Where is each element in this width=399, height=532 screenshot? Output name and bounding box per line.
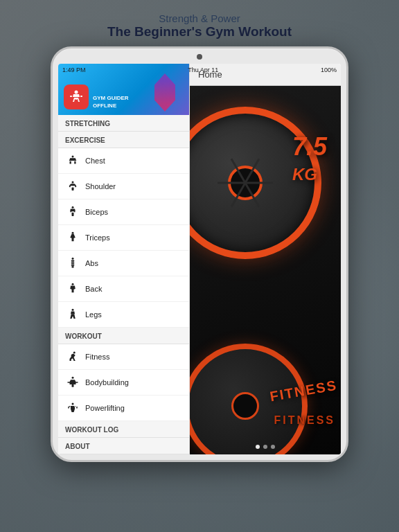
tablet-screen: GYM GUIDER OFFLINE STRETCHING EXCERCISE <box>58 64 341 454</box>
app-icon <box>64 85 89 109</box>
triceps-label: Triceps <box>85 233 110 242</box>
svg-rect-5 <box>72 188 74 191</box>
sidebar: GYM GUIDER OFFLINE STRETCHING EXCERCISE <box>58 64 190 454</box>
status-time: 1:49 PM <box>62 66 86 73</box>
dot-1 <box>256 445 260 449</box>
dot-3 <box>271 445 275 449</box>
page-header: Strength & Power The Beginner's Gym Work… <box>94 0 305 46</box>
svg-point-18 <box>72 377 74 379</box>
bodybuilding-label: Bodybuilding <box>85 378 129 387</box>
svg-rect-14 <box>73 266 74 268</box>
svg-rect-1 <box>70 96 72 97</box>
svg-point-8 <box>72 232 74 234</box>
sidebar-item-shoulder[interactable]: Shoulder <box>58 174 189 200</box>
app-info: GYM GUIDER OFFLINE <box>93 95 129 109</box>
svg-point-9 <box>72 258 74 260</box>
weight-display: 7.5KG <box>292 134 327 184</box>
chest-icon <box>65 153 80 168</box>
svg-rect-2 <box>80 96 82 97</box>
svg-rect-22 <box>76 407 78 409</box>
sidebar-item-powerlifting[interactable]: Powerlifting <box>58 396 189 421</box>
status-date: Thu Apr 11 <box>188 66 218 73</box>
dot-2 <box>263 445 267 449</box>
svg-point-4 <box>72 181 74 184</box>
fitness-icon <box>65 349 80 364</box>
powerlifting-icon <box>65 400 80 416</box>
status-bar: 1:49 PM Thu Apr 11 100% <box>58 64 341 76</box>
svg-point-6 <box>72 206 74 209</box>
svg-rect-10 <box>71 260 75 262</box>
abs-label: Abs <box>85 259 98 267</box>
abs-icon <box>65 256 80 271</box>
sidebar-item-legs[interactable]: Legs <box>58 302 189 328</box>
back-icon <box>65 281 80 296</box>
back-label: Back <box>85 285 102 293</box>
sidebar-item-chest[interactable]: Chest <box>58 148 189 174</box>
legs-label: Legs <box>85 310 102 319</box>
svg-rect-11 <box>71 263 75 264</box>
app-name: GYM GUIDER <box>93 95 129 102</box>
svg-rect-13 <box>72 266 73 268</box>
bodybuilding-icon <box>65 375 80 390</box>
section-header-stretching: STRETCHING <box>58 115 189 132</box>
chest-label: Chest <box>85 157 105 165</box>
sidebar-item-fitness[interactable]: Fitness <box>58 344 189 370</box>
page-title: The Beginner's Gym Workout <box>107 24 292 39</box>
shoulder-icon <box>65 179 80 194</box>
sidebar-item-triceps[interactable]: Triceps <box>58 225 189 251</box>
section-header-excercise: EXCERCISE <box>58 132 189 148</box>
svg-point-0 <box>75 91 78 94</box>
page-subtitle: Strength & Power <box>107 12 292 24</box>
section-header-workout-log[interactable]: WORKOUT LOG <box>58 421 189 438</box>
triceps-icon <box>65 230 80 245</box>
shoulder-label: Shoulder <box>85 182 116 190</box>
svg-rect-7 <box>72 213 74 216</box>
svg-point-16 <box>72 309 74 311</box>
svg-point-15 <box>72 283 74 285</box>
svg-point-17 <box>73 352 76 354</box>
sidebar-item-abs[interactable]: Abs <box>58 251 189 276</box>
svg-rect-12 <box>71 265 75 266</box>
section-header-workout: WORKOUT <box>58 328 189 344</box>
sidebar-item-bodybuilding[interactable]: Bodybuilding <box>58 370 189 396</box>
main-content: Home 7.5KG <box>190 64 341 454</box>
page-dots <box>256 445 275 449</box>
svg-point-3 <box>72 156 74 158</box>
sidebar-item-biceps[interactable]: Biceps <box>58 200 189 225</box>
svg-point-20 <box>72 403 74 405</box>
section-header-about[interactable]: ABOUT <box>58 438 189 454</box>
status-battery: 100% <box>321 66 337 73</box>
legs-icon <box>65 307 80 322</box>
powerlifting-label: Powerlifting <box>85 404 125 412</box>
tablet-frame: 1:49 PM Thu Apr 11 100% GYM GUIDER <box>51 46 348 462</box>
app-status: OFFLINE <box>93 103 129 109</box>
svg-rect-21 <box>68 407 69 409</box>
biceps-label: Biceps <box>85 208 108 216</box>
sidebar-item-back[interactable]: Back <box>58 276 189 302</box>
fitness-text-2: FITNESS <box>274 414 335 427</box>
fitness-label: Fitness <box>85 353 109 361</box>
biceps-icon <box>65 204 80 220</box>
hero-image: 7.5KG FITNESS FITNESS <box>190 86 341 454</box>
svg-rect-19 <box>72 384 74 387</box>
